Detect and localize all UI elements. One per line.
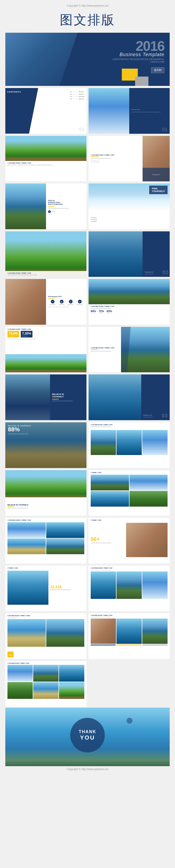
- slide-thankyou: THANK YOU: [5, 708, 170, 766]
- slide-contents: CONTENTS 01 ···················· Item on…: [5, 88, 86, 134]
- stat-73-label: placeholder: [9, 335, 18, 337]
- slide-photo-dark: Photomac Cat 这是填写内容的地方,请在此处填写您的内容,尽量与标题相…: [89, 88, 170, 134]
- bar-1: [91, 645, 116, 645]
- stat-big-2: 7.30% placeholder: [21, 331, 32, 338]
- photo-desc: 这是填写内容的地方,请在此处填写您的内容,尽量与标题相符合: [132, 112, 168, 113]
- slide-ican-25: I CAN BECAUSE I THINK I CAN: [5, 661, 86, 707]
- ican-12-title: I CAN BECAUSE I THINK I CAN: [91, 347, 119, 349]
- ican-23-badge-text: 2017: [9, 654, 12, 656]
- find-yourself-text: ✦ Protection ✦ Providence ✦ Protection: [89, 210, 170, 229]
- icon-circle-1: ●: [51, 300, 55, 303]
- bar-3: [143, 645, 168, 645]
- city-overlay: [5, 33, 96, 86]
- num-22316: 22,316: [50, 585, 84, 589]
- slide-56: I THINK I CAN 56+ 这是填写内容的地方,请在此处填写您的内容: [89, 518, 170, 563]
- ican-22-p3: [142, 571, 168, 599]
- slide-ican-7: I CAN BECAUSE I THINK I CAN 这是填写内容的地方,请在…: [5, 231, 86, 277]
- stat-num-3: 63%: [107, 310, 112, 313]
- ican-23-badge: 2017: [7, 652, 13, 657]
- believe-17-title: BELIEVE IN YOURSELF: [7, 504, 28, 506]
- believe-body: 这是填写内容的地方,请在此处填写您的内容: [52, 400, 84, 402]
- slide-01-badge: 01: [162, 127, 168, 132]
- stat-num-1: 84%: [91, 310, 96, 313]
- slide-03-photo: [89, 374, 141, 420]
- stat-73: 73.6%: [9, 332, 18, 335]
- ican-7-body: 这是填写内容的地方,请在此处填写您的内容,让观看者可以理解: [7, 274, 84, 276]
- think-19-title: I CAN BECAUSE I THINK I CAN: [7, 519, 84, 521]
- slide-stats-11: I CAN BECAUSE I THINK I CAN 73.6% placeh…: [5, 327, 86, 373]
- contents-label: CONTENTS: [7, 91, 21, 93]
- slide-believe-17: BELIEVE IN YOURSELF 这是填写内容的地方,请在此处填写您的内容: [5, 470, 86, 516]
- ican-24-p2: [116, 619, 142, 644]
- icon-item-1: ● Placeholder: [50, 300, 55, 305]
- slide-01-num: 01: [79, 127, 84, 132]
- icon1: ★: [48, 210, 51, 213]
- photo-caption: Photography Cat: [152, 174, 160, 175]
- ican-25-p5: [33, 682, 59, 699]
- stat-label-1: Item: [91, 313, 96, 314]
- mountain-photo-5: [5, 184, 46, 229]
- hero-business: Business Template: [120, 52, 164, 57]
- icon-label-2: Placeholder: [59, 304, 64, 305]
- ican-title-3: I CAN BECAUSE I THINK I CAN: [7, 162, 84, 164]
- ican-7-title: I CAN BECAUSE I THINK I CAN: [7, 272, 84, 274]
- believe-88-body: 这是填写内容的地方,请在此处填写您的内容: [8, 433, 31, 435]
- ican-10-title: I CAN BECAUSE I THINK I CAN: [91, 306, 168, 307]
- copyright-bottom: Copyright © http://www.pptstore.net: [5, 766, 170, 772]
- ocean-photo: [89, 231, 143, 277]
- fy-label2: ✦ Providence: [91, 219, 168, 220]
- ican-10-body: 这是填写内容的地方,请在此处填写您的内容: [91, 308, 168, 309]
- ican-23-p1: [7, 619, 46, 647]
- think-19-p2: [46, 522, 85, 538]
- stat-1: 84% Item: [91, 310, 96, 314]
- slide-12-text: I CAN BECAUSE I THINK I CAN 这是填写内容的地方,请在…: [89, 327, 121, 373]
- ican-23-sub: 这是填写内容的地方: [7, 617, 84, 618]
- slide-ican-3: I CAN BECAUSE I THINK I CAN 这是填写内容的地方,请在…: [5, 136, 86, 182]
- believe-title: BELIEVE INYOURSELF: [52, 393, 84, 398]
- believe-photo: [5, 374, 50, 420]
- ican-25-p2: [33, 665, 59, 682]
- icon1-label: find us: [52, 211, 55, 212]
- think-19-p1: [7, 522, 46, 538]
- thank-text: THANK: [79, 730, 96, 734]
- stat-label-2: Item: [99, 313, 104, 314]
- stat-11-body: 这是填写内容的地方,请在此处填写您的内容,尽量与标题相符合: [7, 338, 84, 340]
- ican-22-p2: [116, 571, 142, 599]
- think-19-p3: [7, 538, 46, 554]
- page-wrapper: Copyright © http://www.pptstore.net 图文排版…: [0, 0, 175, 778]
- icon-circle-4: ★: [78, 300, 82, 303]
- slide-photo-03: Photomac Cat 这是填写内容的地方 03: [89, 374, 170, 420]
- menu-list: 01 ···················· Item one 02 ····…: [70, 91, 84, 100]
- ican-25-p4: [7, 682, 33, 699]
- ican-16-body: 这是填写内容的地方,请在此处填写您的内容: [91, 426, 168, 428]
- ican-22-sub: 这是填写内容的地方,请在此处填写您的内容: [91, 569, 168, 571]
- slide-keep-on: KEEP ON,WORKING HARD,WORTH SOMETHING 这是填…: [5, 184, 86, 229]
- think-18-p2: [129, 475, 168, 490]
- icon-label-4: Placeholder: [77, 304, 83, 305]
- stat-730: 7.30%: [22, 332, 31, 335]
- keep-on-text: KEEP ON,WORKING HARD,WORTH SOMETHING 这是填…: [46, 184, 87, 229]
- grid-photo-1: [91, 430, 116, 455]
- think-19-p4: [46, 538, 85, 554]
- ican-body-4: 这是填写内容的地方,请在此处填写您的内容: [91, 158, 140, 159]
- keep-on-body: 这是填写内容的地方,请在此处填写您的内容: [48, 208, 85, 209]
- ican-25-p3: [59, 665, 84, 682]
- think-20-title: I THINK I CAN: [91, 519, 168, 521]
- fy-label3: ✦ Protection: [91, 221, 168, 222]
- hero-year: 2016: [136, 38, 164, 54]
- think-18-p3: [91, 491, 129, 506]
- icon-item-2: ◆ Placeholder: [59, 300, 64, 305]
- believe-17-body: 这是填写内容的地方,请在此处填写您的内容: [7, 507, 28, 509]
- ican-25-p6: [59, 682, 84, 699]
- icon-item-3: ▲ Placeholder: [68, 300, 74, 305]
- slide-believe-88: BELIEVE IN YOURSELF 88% 这是填写内容的地方,请在此处填写…: [5, 422, 86, 468]
- ican-sub-4: Photography Cat这是填写内容的地方: [91, 160, 140, 163]
- ican-23-p2: [46, 619, 85, 647]
- ican-23-title: I CAN BECAUSE I THINK I CARE: [7, 615, 84, 616]
- thankyou-circle: THANK YOU: [70, 718, 105, 752]
- believe-88-text: BELIEVE IN YOURSELF 88% 这是填写内容的地方,请在此处填写…: [8, 425, 31, 435]
- slides-grid: CONTENTS 01 ···················· Item on…: [5, 88, 170, 707]
- believe-88-num: 88%: [8, 427, 31, 432]
- think-18-title: I THINK I CAN: [91, 472, 168, 473]
- slide-22316: I THINK I CAN 22,316 这是填写内容的地方,请在此处填写您的内…: [5, 566, 86, 611]
